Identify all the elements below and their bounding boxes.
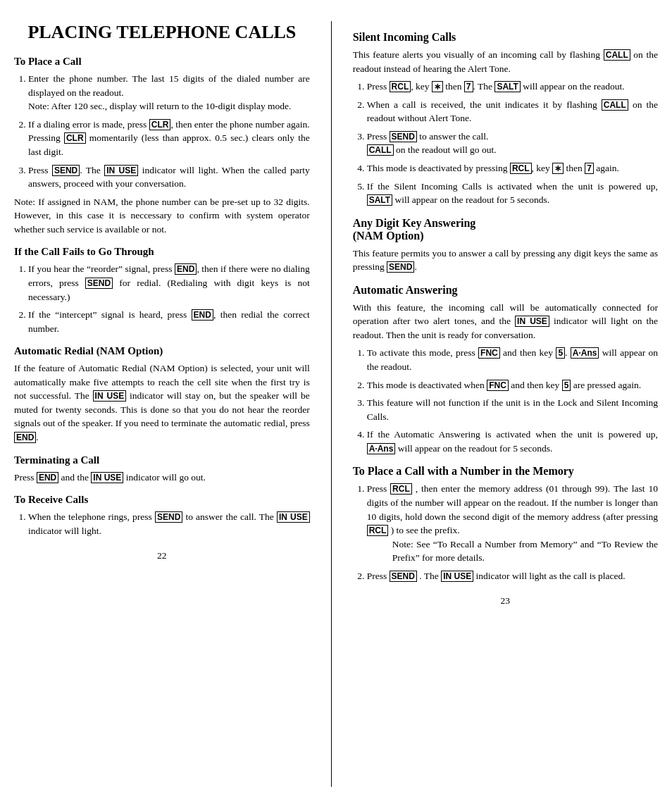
section-silent-calls: Silent Incoming Calls This feature alert…: [353, 31, 658, 207]
seven-key2: 7: [585, 163, 594, 174]
end-key: END: [175, 263, 197, 275]
section-heading-receive-calls: To Receive Calls: [14, 494, 310, 506]
section-auto-redial: Automatic Redial (NAM Option) If the fea…: [14, 345, 310, 444]
note-text: Note: After 120 sec., display will retur…: [28, 101, 291, 111]
list-item: If a dialing error is made, press CLR, t…: [28, 118, 310, 159]
five-key: 5: [556, 347, 565, 359]
inuse-key4: IN USE: [277, 511, 310, 523]
inuse-key6: IN USE: [441, 571, 473, 582]
section-auto-answer: Automatic Answering With this feature, t…: [353, 284, 658, 456]
send-key4: SEND: [390, 131, 417, 142]
receive-calls-list: When the telephone rings, press SEND to …: [28, 510, 310, 537]
call-key2: CALL: [602, 99, 628, 111]
list-item: Press SEND . The IN USE indicator will l…: [367, 569, 658, 583]
page-title: PLACING TELEPHONE CALLS: [14, 21, 310, 43]
list-item: Press SEND. The IN USE indicator will li…: [28, 163, 310, 191]
inuse-key: IN USE: [104, 165, 138, 176]
list-item: If you hear the “reorder” signal, press …: [28, 262, 310, 304]
section-place-call-memory: To Place a Call with a Number in the Mem…: [353, 465, 658, 583]
note-nam: Note: If assigned in NAM, the phone numb…: [14, 195, 310, 237]
send-key5: SEND: [387, 261, 414, 273]
auto-redial-text: If the feature of Automatic Redial (NAM …: [14, 361, 310, 444]
aans-key2: A·Ans: [367, 443, 396, 454]
section-call-fails: If the Call Fails to Go Through If you h…: [14, 246, 310, 335]
section-heading-auto-redial: Automatic Redial (NAM Option): [14, 345, 310, 357]
terminate-text: Press END and the IN USE indicator will …: [14, 471, 310, 485]
end-key4: END: [37, 472, 58, 483]
send-key3: SEND: [155, 511, 182, 523]
inuse-key3: IN USE: [91, 472, 123, 483]
list-item: Press SEND to answer the call. CALL on t…: [367, 130, 658, 157]
clr-key: CLR: [149, 119, 171, 130]
fnc-key2: FNC: [487, 380, 509, 391]
page-number-left: 22: [14, 550, 310, 561]
star-key2: ∗: [552, 163, 564, 174]
list-item: Enter the phone number. The last 15 digi…: [28, 72, 310, 113]
list-item: If the “intercept” signal is heard, pres…: [28, 308, 310, 335]
salt-key2: SALT: [367, 194, 392, 206]
any-digit-text: This feature permits you to answer a cal…: [353, 247, 658, 274]
page-number-right: 23: [353, 595, 658, 607]
section-any-digit: Any Digit Key Answering(NAM Option) This…: [353, 217, 658, 274]
seven-key: 7: [464, 81, 473, 92]
rcl-key4: RCL: [367, 525, 389, 536]
end-key2: END: [192, 309, 213, 321]
section-terminate: Terminating a Call Press END and the IN …: [14, 454, 310, 485]
send-key6: SEND: [390, 571, 417, 582]
list-item: This feature will not function if the un…: [367, 396, 658, 423]
five-key2: 5: [562, 380, 571, 391]
left-column: PLACING TELEPHONE CALLS To Place a Call …: [14, 21, 324, 787]
inuse-key2: IN USE: [93, 390, 127, 402]
send-key2: SEND: [85, 278, 113, 289]
send-key: SEND: [52, 165, 80, 176]
section-heading-auto-answer: Automatic Answering: [353, 284, 658, 297]
rcl-key2: RCL: [510, 163, 532, 174]
rcl-key3: RCL: [390, 483, 412, 495]
list-item: When a call is received, the unit indica…: [367, 98, 658, 125]
auto-answer-list: To activate this mode, press FNC and the…: [367, 346, 658, 455]
list-item: Press RCL, key ∗ then 7. The SALT will a…: [367, 80, 658, 94]
salt-key: SALT: [494, 81, 520, 92]
clr-key2: CLR: [64, 132, 86, 144]
call-key: CALL: [604, 49, 630, 61]
right-column: Silent Incoming Calls This feature alert…: [339, 21, 658, 787]
note-recall: Note: See “To Recall a Number from Memor…: [392, 537, 658, 565]
section-receive-calls: To Receive Calls When the telephone ring…: [14, 494, 310, 537]
place-call-memory-list: Press RCL , then enter the memory addres…: [367, 482, 658, 583]
fnc-key: FNC: [478, 347, 500, 359]
list-item: When the telephone rings, press SEND to …: [28, 510, 310, 537]
section-heading-any-digit: Any Digit Key Answering(NAM Option): [353, 217, 658, 242]
silent-calls-list: Press RCL, key ∗ then 7. The SALT will a…: [367, 80, 658, 207]
star-key: ∗: [432, 81, 443, 92]
section-heading-call-fails: If the Call Fails to Go Through: [14, 246, 310, 258]
inuse-key5: IN USE: [515, 316, 549, 327]
list-item: To activate this mode, press FNC and the…: [367, 346, 658, 373]
place-call-list: Enter the phone number. The last 15 digi…: [28, 72, 310, 191]
list-item: If the Automatic Answering is activated …: [367, 428, 658, 455]
silent-calls-intro: This feature alerts you visually of an i…: [353, 48, 658, 75]
list-item: Press RCL , then enter the memory addres…: [367, 482, 658, 564]
auto-answer-intro: With this feature, the incoming call wil…: [353, 301, 658, 342]
call-fails-list: If you hear the “reorder” signal, press …: [28, 262, 310, 335]
list-item: If the Silent Incoming Calls is activate…: [367, 180, 658, 207]
list-item: This mode is deactivated when FNC and th…: [367, 378, 658, 392]
aans-key: A·Ans: [571, 347, 599, 359]
list-item: This mode is deactivated by pressing RCL…: [367, 161, 658, 175]
call-key3: CALL: [367, 144, 394, 156]
column-divider: [331, 21, 332, 787]
end-key3: END: [14, 432, 36, 443]
rcl-key: RCL: [390, 81, 411, 92]
page: PLACING TELEPHONE CALLS To Place a Call …: [0, 0, 672, 808]
section-heading-place-call: To Place a Call: [14, 56, 310, 68]
section-heading-terminate: Terminating a Call: [14, 454, 310, 466]
section-heading-silent-calls: Silent Incoming Calls: [353, 31, 658, 44]
section-heading-place-call-memory: To Place a Call with a Number in the Mem…: [353, 465, 658, 478]
section-place-call: To Place a Call Enter the phone number. …: [14, 56, 310, 236]
